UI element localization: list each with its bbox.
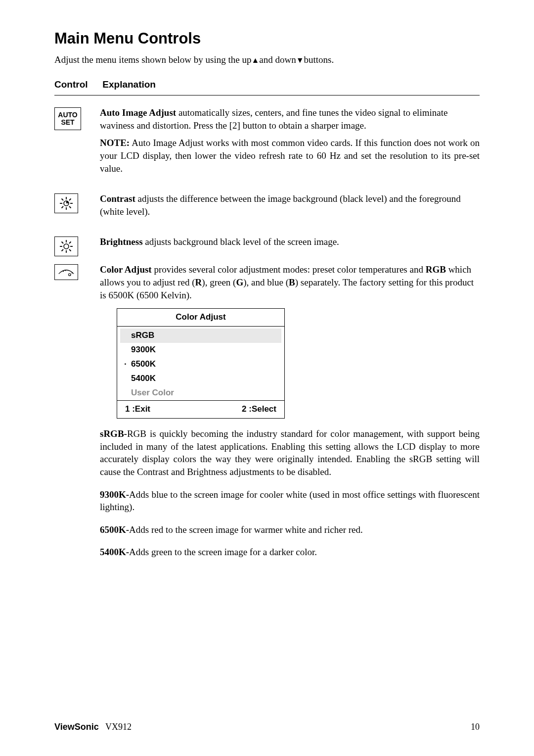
down-triangle-icon: ▼ <box>296 56 304 64</box>
auto-image-bold: Auto Image Adjust <box>100 107 176 118</box>
svg-line-5 <box>62 199 64 201</box>
svg-point-9 <box>64 244 69 249</box>
up-triangle-icon: ▲ <box>251 56 259 64</box>
autoset-line1: AUTO <box>58 111 77 119</box>
text-column: Brightness adjusts background black leve… <box>100 236 480 253</box>
brightness-text: adjusts background black level of the sc… <box>143 236 339 247</box>
brightness-para: Brightness adjusts background black leve… <box>100 236 480 248</box>
osd-item-6500k: 6500K <box>117 357 284 372</box>
note-text: Auto Image Adjust works with most common… <box>100 138 480 173</box>
osd-panel: Color Adjust sRGB 9300K 6500K 5400K User… <box>117 308 285 419</box>
note-label: NOTE: <box>100 138 130 148</box>
color-adjust-bold: Color Adjust <box>100 264 152 275</box>
k6500-para: 6500K-Adds red to the screen image for w… <box>100 523 480 536</box>
intro-after: buttons. <box>304 54 334 65</box>
page-title: Main Menu Controls <box>54 30 480 47</box>
svg-point-19 <box>65 270 66 271</box>
color-adjust-para: Color Adjust provides several color adju… <box>100 263 480 301</box>
k6500-text: Adds red to the screen image for warmer … <box>129 524 363 535</box>
k5400-para: 5400K-Adds green to the screen image for… <box>100 546 480 559</box>
section-color-adjust: Color Adjust provides several color adju… <box>54 263 480 568</box>
svg-point-20 <box>72 273 73 274</box>
icon-column <box>54 236 100 256</box>
srgb-para: sRGB-RGB is quickly becoming the industr… <box>100 427 480 478</box>
table-header: Control Explanation <box>54 79 480 95</box>
color-descriptions: sRGB-RGB is quickly becoming the industr… <box>100 427 480 559</box>
icon-column: AUTO SET <box>54 106 100 130</box>
osd-item-srgb: sRGB <box>120 329 281 343</box>
k9300-text: Adds blue to the screen image for cooler… <box>100 489 480 513</box>
osd-select: 2 :Select <box>242 404 276 415</box>
brightness-bold: Brightness <box>100 236 143 247</box>
section-auto-image: AUTO SET Auto Image Adjust automatically… <box>54 106 480 180</box>
k5400-text: Adds green to the screen image for a dar… <box>129 547 317 557</box>
contrast-para: Contrast adjusts the difference between … <box>100 192 480 218</box>
osd-title: Color Adjust <box>117 309 284 327</box>
srgb-text: RGB is quickly becoming the industry sta… <box>100 428 480 477</box>
svg-point-21 <box>68 274 71 276</box>
icon-column <box>54 263 100 280</box>
brightness-icon <box>54 236 78 256</box>
text-column: Color Adjust provides several color adju… <box>100 263 480 568</box>
icon-column <box>54 192 100 213</box>
footer-model: VX912 <box>105 722 132 732</box>
svg-line-7 <box>69 199 71 201</box>
osd-item-user-color: User Color <box>117 386 284 400</box>
svg-line-17 <box>62 249 64 251</box>
svg-point-18 <box>63 271 64 272</box>
intro-text: Adjust the menu items shown below by usi… <box>54 54 480 65</box>
text-column: Contrast adjusts the difference between … <box>100 192 480 223</box>
osd-item-5400k: 5400K <box>117 372 284 386</box>
k5400-bold: 5400K- <box>100 547 129 557</box>
text-column: Auto Image Adjust automatically sizes, c… <box>100 106 480 180</box>
contrast-icon <box>54 193 78 213</box>
k6500-bold: 6500K- <box>100 524 129 535</box>
svg-point-22 <box>70 275 71 276</box>
footer-left: ViewSonic VX912 <box>54 722 132 732</box>
k9300-para: 9300K-Adds blue to the screen image for … <box>100 488 480 514</box>
svg-line-16 <box>69 242 71 244</box>
section-brightness: Brightness adjusts background black leve… <box>54 236 480 256</box>
svg-line-15 <box>69 249 71 251</box>
osd-item-9300k: 9300K <box>117 343 284 357</box>
header-explanation: Explanation <box>102 79 156 90</box>
color-adjust-icon <box>54 264 78 280</box>
k9300-bold: 9300K- <box>100 489 129 500</box>
srgb-bold: sRGB- <box>100 428 127 439</box>
svg-line-14 <box>62 242 64 244</box>
auto-image-para: Auto Image Adjust automatically sizes, c… <box>100 106 480 132</box>
osd-exit: 1 :Exit <box>125 404 150 415</box>
section-contrast: Contrast adjusts the difference between … <box>54 192 480 223</box>
footer-page: 10 <box>471 722 480 732</box>
osd-footer: 1 :Exit 2 :Select <box>117 400 284 418</box>
auto-image-note: NOTE: Auto Image Adjust works with most … <box>100 137 480 175</box>
page-footer: ViewSonic VX912 10 <box>54 722 480 732</box>
svg-line-8 <box>62 206 64 208</box>
contrast-bold: Contrast <box>100 193 135 204</box>
footer-brand: ViewSonic <box>54 722 99 732</box>
autoset-line2: SET <box>61 119 74 126</box>
intro-before: Adjust the menu items shown below by usi… <box>54 54 251 65</box>
svg-line-6 <box>69 206 71 208</box>
contrast-text: adjusts the difference between the image… <box>100 193 461 217</box>
auto-set-icon: AUTO SET <box>54 107 81 130</box>
intro-between: and down <box>259 54 296 65</box>
header-control: Control <box>54 79 100 90</box>
